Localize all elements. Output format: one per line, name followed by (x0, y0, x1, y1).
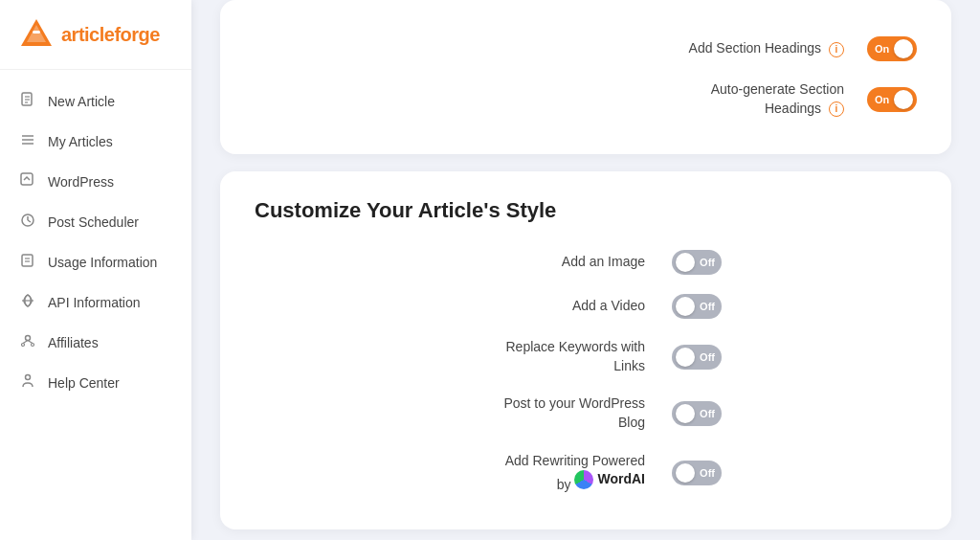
svg-point-20 (22, 344, 25, 347)
sidebar-item-affiliates[interactable]: Affiliates (0, 323, 191, 363)
sidebar-item-usage-information-label: Usage Information (48, 255, 157, 270)
sidebar-item-usage-information[interactable]: Usage Information (0, 242, 191, 282)
sidebar-item-wordpress[interactable]: WordPress (0, 162, 191, 202)
post-to-wordpress-label: Post to your WordPressBlog (423, 394, 672, 432)
wordpress-icon (19, 172, 36, 191)
auto-generate-toggle-label: On (875, 94, 889, 105)
my-articles-icon (19, 132, 36, 151)
add-video-control: Off (672, 294, 748, 319)
wordai-logo-container: WordAI (574, 470, 645, 489)
svg-rect-14 (22, 255, 33, 266)
add-rewriting-toggle[interactable]: Off (672, 461, 722, 485)
post-scheduler-icon (19, 213, 36, 232)
svg-line-23 (28, 341, 33, 344)
wordai-circle-icon (574, 470, 593, 489)
add-video-knob (676, 297, 695, 316)
sidebar-item-help-center[interactable]: Help Center (0, 363, 191, 403)
svg-rect-10 (21, 173, 33, 185)
auto-generate-knob (894, 90, 913, 109)
add-image-toggle[interactable]: Off (672, 250, 722, 275)
add-image-toggle-label: Off (700, 257, 715, 268)
sidebar-item-api-information[interactable]: API Information (0, 282, 191, 323)
post-to-wordpress-control: Off (672, 401, 748, 426)
replace-keywords-row: Replace Keywords withLinks Off (255, 330, 917, 383)
add-section-headings-toggle[interactable]: On (867, 36, 917, 61)
auto-generate-info-icon[interactable]: i (829, 101, 844, 117)
replace-keywords-control: Off (672, 345, 748, 370)
style-settings-group: Add an Image Off Add a Video Off (255, 242, 917, 503)
nav-list: New Article My Articles WordPress Post S… (0, 70, 191, 540)
logo-text: articleforge (61, 24, 160, 46)
svg-line-13 (28, 220, 31, 222)
post-to-wordpress-toggle[interactable]: Off (672, 401, 722, 426)
svg-rect-2 (33, 31, 40, 34)
sidebar-item-affiliates-label: Affiliates (48, 335, 99, 350)
svg-line-22 (23, 341, 28, 344)
add-rewriting-label: Add Rewriting Poweredby WordAI (423, 452, 672, 495)
auto-generate-section-headings-row: Auto-generate SectionHeadings i On (255, 71, 917, 127)
sidebar-item-new-article[interactable]: New Article (0, 81, 191, 122)
add-video-toggle-label: Off (700, 301, 715, 312)
sidebar-item-my-articles[interactable]: My Articles (0, 122, 191, 162)
add-rewriting-row: Add Rewriting Poweredby WordAI Off (255, 444, 917, 503)
add-image-row: Add an Image Off (255, 242, 917, 282)
add-section-headings-knob (894, 39, 913, 58)
usage-information-icon (19, 253, 36, 272)
sidebar: articleforge New Article My Articles Wor… (0, 0, 191, 540)
auto-generate-section-headings-toggle[interactable]: On (867, 87, 917, 112)
sidebar-item-post-scheduler[interactable]: Post Scheduler (0, 202, 191, 242)
replace-keywords-toggle-label: Off (700, 351, 715, 363)
sidebar-item-new-article-label: New Article (48, 94, 115, 109)
replace-keywords-knob (676, 348, 695, 367)
add-video-label: Add a Video (423, 297, 672, 316)
section-headings-card: Add Section Headings i On Auto-generate … (220, 0, 951, 154)
add-image-label: Add an Image (423, 253, 672, 272)
sidebar-item-api-information-label: API Information (48, 295, 141, 310)
svg-point-19 (26, 336, 31, 341)
api-information-icon (19, 293, 36, 312)
logo-icon (19, 17, 54, 52)
sidebar-item-post-scheduler-label: Post Scheduler (48, 214, 139, 230)
style-card-title: Customize Your Article's Style (255, 198, 917, 223)
add-video-row: Add a Video Off (255, 286, 917, 326)
svg-point-24 (26, 375, 31, 380)
add-video-toggle[interactable]: Off (672, 294, 722, 319)
help-center-icon (19, 373, 36, 393)
add-section-headings-label: Add Section Headings i (255, 39, 867, 58)
affiliates-icon (19, 333, 36, 352)
wordai-text: WordAI (597, 470, 645, 489)
post-to-wordpress-knob (676, 404, 695, 423)
post-to-wordpress-toggle-label: Off (700, 408, 715, 419)
add-rewriting-knob (676, 463, 695, 483)
post-to-wordpress-row: Post to your WordPressBlog Off (255, 387, 917, 439)
replace-keywords-label: Replace Keywords withLinks (423, 338, 672, 375)
add-image-control: Off (672, 250, 748, 275)
main-content: Add Section Headings i On Auto-generate … (191, 0, 980, 540)
logo: articleforge (0, 0, 191, 70)
add-image-knob (676, 253, 695, 272)
sidebar-item-my-articles-label: My Articles (48, 134, 113, 149)
sidebar-item-wordpress-label: WordPress (48, 174, 114, 190)
add-section-headings-row: Add Section Headings i On (255, 27, 917, 71)
replace-keywords-toggle[interactable]: Off (672, 345, 722, 370)
add-rewriting-toggle-label: Off (700, 467, 715, 479)
svg-point-21 (32, 344, 34, 347)
sidebar-item-help-center-label: Help Center (48, 375, 120, 391)
style-card: Customize Your Article's Style Add an Im… (220, 171, 951, 529)
add-section-headings-info-icon[interactable]: i (829, 42, 844, 57)
add-section-headings-toggle-label: On (875, 43, 889, 55)
auto-generate-section-headings-label: Auto-generate SectionHeadings i (255, 80, 867, 118)
add-rewriting-control: Off (672, 461, 748, 485)
new-article-icon (19, 92, 36, 111)
